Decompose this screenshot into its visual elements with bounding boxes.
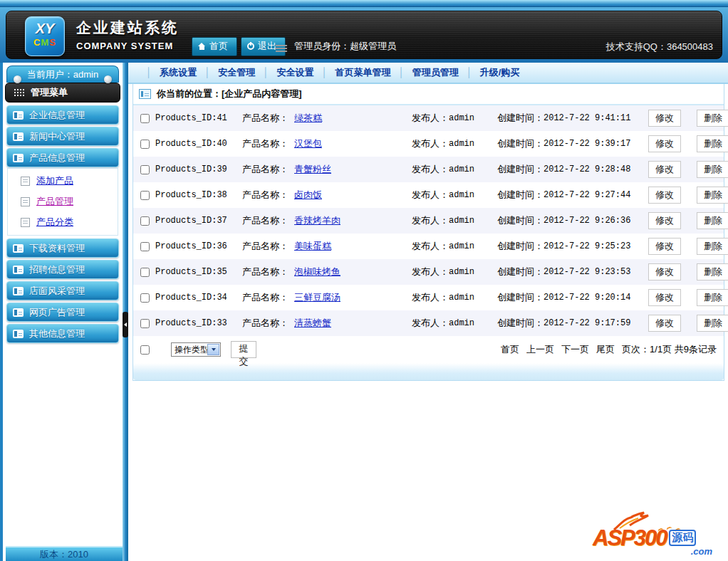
header-dark-panel: XY CMS 企业建站系统 COMPANY SYSTEM 首页 退出 管理员身份… (6, 11, 722, 59)
edit-button[interactable]: 修改 (648, 289, 681, 306)
asp300-brand: ASP300 (593, 525, 666, 550)
sidebar-item[interactable]: 下载资料管理 (6, 238, 119, 258)
product-name-link[interactable]: 汉堡包 (294, 137, 322, 150)
topnav-item[interactable]: 系统设置 (138, 66, 197, 79)
topnav-item[interactable]: 安全管理 (197, 66, 255, 79)
product-name-link[interactable]: 泡椒味烤鱼 (294, 266, 340, 278)
row-checkbox[interactable] (140, 216, 150, 226)
sidebar-subitem-link[interactable]: 产品管理 (36, 195, 73, 208)
edit-button[interactable]: 修改 (648, 238, 681, 255)
product-name-cell: 产品名称： 三鲜豆腐汤 (242, 291, 412, 304)
edit-button[interactable]: 修改 (648, 161, 681, 178)
created-value: 2012-7-22 9:23:53 (544, 267, 630, 277)
edit-button[interactable]: 修改 (648, 187, 681, 204)
content-panel: 你当前的位置：[企业产品内容管理] Products_ID:41 产品名称： 绿… (132, 84, 724, 381)
product-name-link[interactable]: 三鲜豆腐汤 (294, 291, 340, 304)
folder-icon (13, 132, 24, 141)
pagination-last[interactable]: 尾页 (596, 343, 615, 356)
delete-button[interactable]: 删除 (697, 161, 728, 178)
sidebar-item[interactable]: 其他信息管理 (6, 324, 119, 343)
edit-button[interactable]: 修改 (648, 315, 681, 332)
product-id: Products_ID:40 (155, 139, 242, 149)
menu-title-bar: 管理菜单 (5, 83, 120, 103)
row-checkbox[interactable] (140, 268, 150, 277)
product-name-cell: 产品名称： 美味蛋糕 (242, 240, 412, 253)
submit-button[interactable]: 提交 (231, 341, 256, 358)
publisher-cell: 发布人： admin (412, 240, 497, 253)
product-name-link[interactable]: 青蟹粉丝 (294, 163, 331, 176)
delete-button[interactable]: 删除 (697, 238, 728, 255)
sidebar-item[interactable]: 产品信息管理 (6, 148, 119, 167)
row-checkbox[interactable] (140, 114, 150, 123)
edit-button[interactable]: 修改 (648, 263, 681, 280)
row-checkbox[interactable] (140, 319, 150, 328)
publisher-value: admin (449, 267, 474, 277)
product-name-label: 产品名称： (242, 240, 288, 253)
pagination-first[interactable]: 首页 (501, 343, 519, 356)
edit-button[interactable]: 修改 (648, 110, 681, 127)
sidebar-item[interactable]: 新闻中心管理 (6, 127, 119, 146)
sidebar-group: 产品信息管理 添加产品 产品管理 (6, 148, 119, 236)
delete-button[interactable]: 删除 (697, 135, 728, 152)
topnav-item[interactable]: 升级/购买 (459, 66, 520, 79)
product-id: Products_ID:38 (155, 190, 242, 200)
table-row: Products_ID:38 产品名称： 卤肉饭 发布人： admin 创建时间… (133, 182, 724, 208)
topnav-item[interactable]: 管理员管理 (391, 66, 459, 79)
page-icon (21, 177, 30, 186)
home-icon (198, 43, 206, 50)
product-name-label: 产品名称： (242, 112, 288, 125)
current-user-label: 当前用户：admin (27, 68, 98, 81)
product-name-cell: 产品名称： 汉堡包 (242, 137, 412, 150)
sidebar-item[interactable]: 店面风采管理 (6, 281, 119, 300)
pagination-prev[interactable]: 上一页 (526, 343, 554, 356)
pagination-next[interactable]: 下一页 (561, 343, 589, 356)
delete-button[interactable]: 删除 (697, 212, 728, 229)
delete-button[interactable]: 删除 (697, 263, 728, 280)
header-buttons: 首页 退出 (192, 37, 286, 56)
logo-xy-text: XY (26, 21, 64, 37)
publisher-cell: 发布人： admin (412, 163, 497, 176)
created-value: 2012-7-22 9:25:23 (544, 241, 630, 251)
logo-cms-text: CMS (26, 37, 64, 48)
sidebar-subitem[interactable]: 产品管理 (21, 195, 118, 208)
edit-button[interactable]: 修改 (648, 135, 681, 152)
delete-button[interactable]: 删除 (697, 187, 728, 204)
sidebar-subitem[interactable]: 产品分类 (21, 216, 118, 229)
home-button[interactable]: 首页 (192, 37, 237, 56)
row-checkbox[interactable] (140, 191, 150, 200)
delete-button[interactable]: 删除 (697, 289, 728, 306)
operation-type-select[interactable]: 操作类型 (171, 342, 221, 357)
select-all-checkbox[interactable] (140, 345, 150, 355)
publisher-label: 发布人： (412, 317, 449, 330)
splitter-collapse-handle[interactable] (123, 312, 128, 337)
delete-button[interactable]: 删除 (697, 110, 728, 127)
row-checkbox[interactable] (140, 140, 150, 149)
product-name-label: 产品名称： (242, 137, 288, 150)
sidebar-subitem[interactable]: 添加产品 (21, 174, 118, 187)
product-name-link[interactable]: 香辣烤羊肉 (294, 214, 340, 227)
delete-button[interactable]: 删除 (697, 315, 728, 332)
sidebar-subitem-link[interactable]: 产品分类 (36, 216, 73, 229)
app-logo: XY CMS (25, 16, 65, 56)
sidebar-subitem-link[interactable]: 添加产品 (36, 174, 73, 187)
sidebar-item-label: 企业信息管理 (29, 109, 85, 122)
product-name-link[interactable]: 美味蛋糕 (294, 240, 331, 253)
sidebar-item[interactable]: 招聘信息管理 (6, 260, 119, 279)
row-checkbox[interactable] (140, 242, 150, 251)
sidebar-item[interactable]: 企业信息管理 (6, 105, 119, 125)
row-checkbox[interactable] (140, 165, 150, 174)
top-navigation: 系统设置 安全管理 安全设置 首页菜单管理 管理员管理 升级/购买 (128, 63, 728, 84)
created-label: 创建时间： (497, 317, 544, 330)
product-name-link[interactable]: 清蒸螃蟹 (294, 317, 331, 330)
edit-button[interactable]: 修改 (648, 212, 681, 229)
sidebar-item[interactable]: 网页广告管理 (6, 303, 119, 322)
product-name-label: 产品名称： (242, 266, 288, 278)
product-name-link[interactable]: 卤肉饭 (294, 189, 322, 201)
top-strip (0, 0, 728, 7)
asp300-watermark-logo: ASP300源码 .com (588, 513, 717, 557)
topnav-item[interactable]: 安全设置 (255, 66, 313, 79)
product-id: Products_ID:34 (155, 293, 242, 303)
topnav-item[interactable]: 首页菜单管理 (313, 66, 390, 79)
row-checkbox[interactable] (140, 293, 150, 303)
product-name-link[interactable]: 绿茶糕 (294, 112, 322, 125)
